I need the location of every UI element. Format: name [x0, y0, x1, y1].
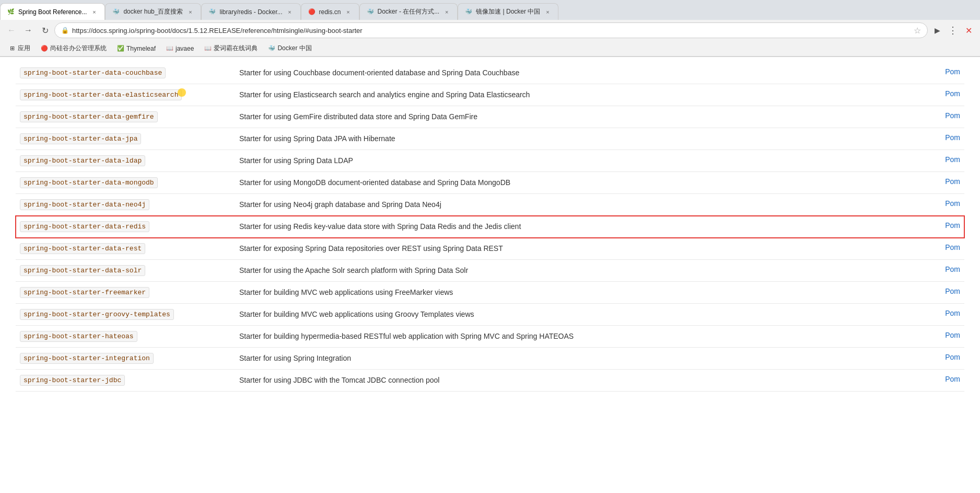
tab-close-button[interactable]: ×: [344, 8, 353, 16]
starter-name-cell: spring-boot-starter-data-ldap: [16, 150, 235, 172]
tab-close-button[interactable]: ×: [90, 8, 98, 16]
starter-name[interactable]: spring-boot-starter-data-redis: [20, 221, 149, 232]
starter-name-cell: spring-boot-starter-data-jpa: [16, 128, 235, 150]
pom-link[interactable]: Pom: [933, 216, 964, 238]
table-row-row-hateoas: spring-boot-starter-hateoas Starter for …: [16, 326, 964, 348]
url-text: https://docs.spring.io/spring-boot/docs/…: [72, 27, 909, 35]
tab-favicon: 🔴: [308, 8, 316, 16]
starter-name-cell: spring-boot-starter-data-mongodb: [16, 172, 235, 194]
starter-name[interactable]: spring-boot-starter-integration: [20, 353, 154, 364]
pom-link[interactable]: Pom: [933, 370, 964, 392]
bookmark-label: Docker 中国: [277, 44, 311, 53]
pom-link[interactable]: Pom: [933, 150, 964, 172]
star-icon[interactable]: ☆: [914, 26, 921, 36]
menu-button[interactable]: ⋮: [946, 23, 960, 38]
starter-name[interactable]: spring-boot-starter-data-couchbase: [20, 67, 166, 78]
pom-link[interactable]: Pom: [933, 106, 964, 128]
browser-tab-tab3[interactable]: 🐳 library/redis - Docker... ×: [201, 3, 300, 20]
bookmark-label: javaee: [176, 45, 194, 52]
pom-link[interactable]: Pom: [933, 348, 964, 370]
pom-link[interactable]: Pom: [933, 304, 964, 326]
browser-tab-tab1[interactable]: 🌿 Spring Boot Reference... ×: [0, 3, 105, 20]
starter-description: Starter for using GemFire distributed da…: [235, 106, 933, 128]
starter-name[interactable]: spring-boot-starter-data-gemfire: [20, 111, 158, 122]
starter-description: Starter for building hypermedia-based RE…: [235, 326, 933, 348]
starter-description: Starter for using Spring Data JPA with H…: [235, 128, 933, 150]
starter-description: Starter for exposing Spring Data reposit…: [235, 238, 933, 260]
bookmark-bk1[interactable]: ⊞ 应用: [4, 42, 34, 54]
starter-name[interactable]: spring-boot-starter-data-elasticsearch: [20, 89, 182, 100]
tab-close-button[interactable]: ×: [286, 8, 294, 16]
bookmark-label: Thymeleaf: [126, 45, 156, 52]
pom-link[interactable]: Pom: [933, 172, 964, 194]
table-row-row-jpa: spring-boot-starter-data-jpa Starter for…: [16, 128, 964, 150]
starter-name[interactable]: spring-boot-starter-data-mongodb: [20, 177, 158, 188]
pom-link[interactable]: Pom: [933, 194, 964, 216]
forward-button[interactable]: →: [21, 23, 36, 38]
starter-description: Starter for using Spring Data LDAP: [235, 150, 933, 172]
browser-tab-tab4[interactable]: 🔴 redis.cn ×: [301, 3, 359, 20]
pom-link[interactable]: Pom: [933, 62, 964, 84]
table-row-row-jdbc: spring-boot-starter-jdbc Starter for usi…: [16, 370, 964, 392]
starter-description: Starter for using Neo4j graph database a…: [235, 194, 933, 216]
bookmark-favicon: 📖: [204, 45, 212, 52]
starter-name-cell: spring-boot-starter-data-couchbase: [16, 62, 235, 84]
pom-link[interactable]: Pom: [933, 238, 964, 260]
pom-link[interactable]: Pom: [933, 128, 964, 150]
starter-name[interactable]: spring-boot-starter-data-jpa: [20, 133, 141, 144]
table-row-row-integration: spring-boot-starter-integration Starter …: [16, 348, 964, 370]
browser-tab-tab5[interactable]: 🐳 Docker - 在任何方式... ×: [359, 3, 458, 20]
bookmark-favicon: 🐳: [268, 45, 275, 52]
browser-tab-tab6[interactable]: 🐳 镜像加速 | Docker 中国 ×: [458, 3, 558, 20]
tab-label: Docker - 在任何方式...: [378, 7, 440, 16]
table-row-row-mongodb: spring-boot-starter-data-mongodb Starter…: [16, 172, 964, 194]
starter-name[interactable]: spring-boot-starter-jdbc: [20, 375, 125, 386]
bookmarks-bar: ⊞ 应用 🔴 尚硅谷办公管理系统 ✅ Thymeleaf 📖 javaee 📖 …: [0, 41, 980, 56]
bookmark-bk2[interactable]: 🔴 尚硅谷办公管理系统: [37, 42, 111, 54]
starter-description: Starter for using Redis key-value data s…: [235, 216, 933, 238]
refresh-button[interactable]: ↻: [38, 23, 52, 38]
tab-close-button[interactable]: ×: [186, 8, 194, 16]
table-row-row-elasticsearch: spring-boot-starter-data-elasticsearch S…: [16, 84, 964, 106]
tab-favicon: 🐳: [112, 8, 120, 16]
bookmark-bk5[interactable]: 📖 爱词霸在线词典: [200, 42, 262, 54]
table-row-row-freemarker: spring-boot-starter-freemarker Starter f…: [16, 282, 964, 304]
browser-tab-tab2[interactable]: 🐳 docker hub_百度搜索 ×: [105, 3, 201, 20]
starter-name[interactable]: spring-boot-starter-freemarker: [20, 287, 149, 298]
starter-name[interactable]: spring-boot-starter-data-ldap: [20, 155, 145, 166]
starter-name-cell: spring-boot-starter-data-redis: [16, 216, 235, 238]
bookmark-bk3[interactable]: ✅ Thymeleaf: [113, 43, 160, 54]
starter-name[interactable]: spring-boot-starter-data-neo4j: [20, 199, 149, 210]
starter-name[interactable]: spring-boot-starter-data-rest: [20, 243, 145, 254]
lock-icon: 🔒: [61, 27, 69, 34]
tab-label: 镜像加速 | Docker 中国: [476, 7, 540, 16]
starter-description: Starter for using Spring Integration: [235, 348, 933, 370]
starter-name-cell: spring-boot-starter-hateoas: [16, 326, 235, 348]
starter-name-cell: spring-boot-starter-data-neo4j: [16, 194, 235, 216]
starter-name[interactable]: spring-boot-starter-hateoas: [20, 331, 137, 342]
address-bar[interactable]: 🔒 https://docs.spring.io/spring-boot/doc…: [54, 22, 928, 38]
table-row-row-couchbase: spring-boot-starter-data-couchbase Start…: [16, 62, 964, 84]
back-button[interactable]: ←: [4, 23, 19, 38]
pom-link[interactable]: Pom: [933, 260, 964, 282]
tab-favicon: 🐳: [464, 8, 473, 16]
starter-name[interactable]: spring-boot-starter-data-solr: [20, 265, 145, 276]
table-row-row-ldap: spring-boot-starter-data-ldap Starter fo…: [16, 150, 964, 172]
bookmark-bk4[interactable]: 📖 javaee: [162, 43, 198, 54]
bookmark-favicon: 📖: [166, 45, 173, 52]
nav-bar: ← → ↻ 🔒 https://docs.spring.io/spring-bo…: [0, 20, 980, 41]
starter-name[interactable]: spring-boot-starter-groovy-templates: [20, 309, 174, 320]
close-window-button[interactable]: ✕: [961, 23, 976, 38]
bookmark-favicon: ✅: [117, 45, 124, 52]
tab-close-button[interactable]: ×: [543, 8, 552, 16]
bookmark-bk6[interactable]: 🐳 Docker 中国: [264, 42, 316, 54]
tab-close-button[interactable]: ×: [442, 8, 451, 16]
tab-favicon: 🌿: [7, 8, 15, 16]
table-row-row-solr: spring-boot-starter-data-solr Starter fo…: [16, 260, 964, 282]
pom-link[interactable]: Pom: [933, 84, 964, 106]
pom-link[interactable]: Pom: [933, 326, 964, 348]
pom-link[interactable]: Pom: [933, 282, 964, 304]
bookmark-label: 应用: [18, 44, 30, 53]
starter-name-cell: spring-boot-starter-data-solr: [16, 260, 235, 282]
cast-button[interactable]: ▶: [930, 23, 944, 38]
